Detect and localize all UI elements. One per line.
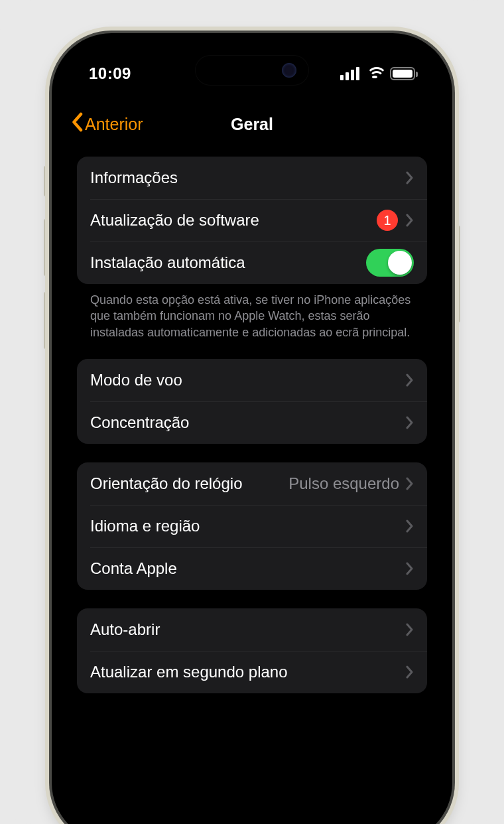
row-label: Atualização de software [90, 211, 377, 230]
settings-group-3: Auto-abrir Atualizar em segundo plano [77, 608, 427, 693]
wifi-icon [366, 67, 383, 80]
phone-mute-switch [44, 166, 48, 196]
page-title: Geral [231, 115, 273, 134]
group-0-footer: Quando esta opção está ativa, se tiver n… [77, 284, 427, 340]
toggle-instalacao-automatica[interactable] [366, 249, 414, 277]
chevron-right-icon [406, 214, 414, 227]
chevron-right-icon [406, 562, 414, 575]
dynamic-island [196, 56, 308, 85]
chevron-right-icon [406, 416, 414, 429]
screen: 10:09 Anterior Geral [61, 42, 443, 824]
status-right [340, 67, 415, 80]
row-modo-de-voo[interactable]: Modo de voo [77, 359, 427, 401]
row-label: Instalação automática [90, 253, 366, 272]
row-informacoes[interactable]: Informações [77, 157, 427, 199]
row-atualizacao-software[interactable]: Atualização de software 1 [77, 199, 427, 241]
battery-icon [390, 67, 415, 80]
row-atualizar-segundo-plano[interactable]: Atualizar em segundo plano [77, 651, 427, 693]
row-label: Conta Apple [90, 559, 406, 578]
update-badge: 1 [377, 210, 398, 231]
chevron-left-icon [70, 112, 84, 136]
phone-volume-up [44, 219, 48, 276]
row-label: Informações [90, 169, 406, 187]
back-label: Anterior [85, 115, 143, 134]
chevron-right-icon [406, 623, 414, 636]
row-auto-abrir[interactable]: Auto-abrir [77, 608, 427, 651]
phone-frame: 10:09 Anterior Geral [52, 33, 452, 824]
row-label: Concentração [90, 413, 406, 432]
phone-volume-down [44, 292, 48, 349]
row-label: Modo de voo [90, 371, 406, 389]
chevron-right-icon [406, 519, 414, 533]
toggle-knob [388, 251, 412, 275]
content-scroll[interactable]: Informações Atualização de software 1 In… [61, 149, 443, 824]
row-value: Pulso esquerdo [288, 474, 399, 493]
chevron-right-icon [406, 665, 414, 679]
row-idioma-regiao[interactable]: Idioma e região [77, 505, 427, 547]
stage: 10:09 Anterior Geral [0, 0, 504, 824]
row-label: Atualizar em segundo plano [90, 663, 406, 681]
cellular-icon [340, 67, 359, 80]
row-conta-apple[interactable]: Conta Apple [77, 547, 427, 590]
row-instalacao-automatica: Instalação automática [77, 241, 427, 284]
settings-group-2: Orientação do relógio Pulso esquerdo Idi… [77, 462, 427, 590]
row-label: Auto-abrir [90, 620, 406, 639]
chevron-right-icon [406, 374, 414, 387]
front-camera-icon [282, 63, 296, 78]
status-time: 10:09 [89, 64, 131, 83]
row-orientacao-relogio[interactable]: Orientação do relógio Pulso esquerdo [77, 462, 427, 505]
row-label: Idioma e região [90, 517, 406, 535]
settings-group-1: Modo de voo Concentração [77, 359, 427, 444]
chevron-right-icon [406, 171, 414, 184]
row-label: Orientação do relógio [90, 474, 288, 493]
settings-group-0: Informações Atualização de software 1 In… [77, 157, 427, 284]
nav-bar: Anterior Geral [61, 106, 443, 142]
phone-power-button [456, 226, 460, 322]
row-concentracao[interactable]: Concentração [77, 401, 427, 444]
chevron-right-icon [406, 477, 414, 490]
back-button[interactable]: Anterior [70, 112, 143, 136]
